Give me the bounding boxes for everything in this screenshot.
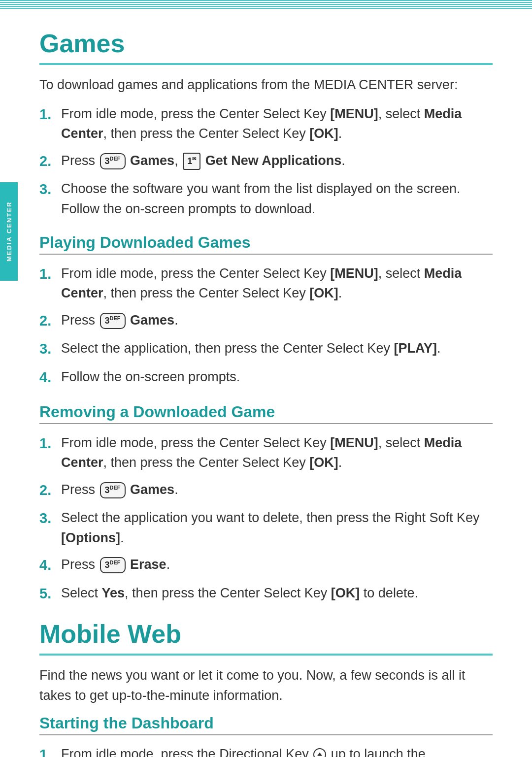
step-content: Press 3DEF Games, 1✉ Get New Application…: [61, 151, 493, 171]
key-3def-icon: 3DEF: [100, 557, 126, 573]
removing-divider: [39, 423, 493, 424]
list-item: 1. From idle mode, press the Center Sele…: [39, 104, 493, 144]
step-number: 1.: [39, 104, 61, 126]
dashboard-steps-list: 1. From idle mode, press the Directional…: [39, 744, 493, 757]
list-item: 2. Press 3DEF Games.: [39, 480, 493, 501]
step-content: Select the application, then press the C…: [61, 338, 493, 359]
mobile-web-section: Mobile Web Find the news you want or let…: [39, 619, 493, 757]
list-item: 2. Press 3DEF Games.: [39, 310, 493, 332]
step-number: 4.: [39, 555, 61, 576]
step-content: Follow the on-screen prompts.: [61, 367, 493, 387]
games-title-bar: [39, 63, 493, 65]
page-content: Games To download games and applications…: [0, 9, 532, 757]
mobile-web-intro: Find the news you want or let it come to…: [39, 665, 493, 705]
step-number: 3.: [39, 338, 61, 360]
step-number: 4.: [39, 367, 61, 389]
list-item: 1. From idle mode, press the Center Sele…: [39, 433, 493, 473]
step-content: From idle mode, press the Center Select …: [61, 104, 493, 144]
list-item: 3. Select the application, then press th…: [39, 338, 493, 360]
list-item: 1. From idle mode, press the Directional…: [39, 744, 493, 757]
step-content: Press 3DEF Games.: [61, 310, 493, 330]
games-intro: To download games and applications from …: [39, 75, 493, 95]
step-number: 2.: [39, 480, 61, 501]
step-number: 3.: [39, 179, 61, 200]
list-item: 4. Follow the on-screen prompts.: [39, 367, 493, 389]
step-content: From idle mode, press the Center Select …: [61, 263, 493, 303]
step-number: 5.: [39, 583, 61, 605]
step-content: Press 3DEF Erase.: [61, 555, 493, 575]
dashboard-heading: Starting the Dashboard: [39, 714, 493, 732]
key-1-icon: 1✉: [183, 153, 200, 170]
playing-heading: Playing Downloaded Games: [39, 233, 493, 252]
top-decorative-lines: [0, 0, 532, 9]
list-item: 3. Select the application you want to de…: [39, 508, 493, 548]
removing-steps-list: 1. From idle mode, press the Center Sele…: [39, 433, 493, 605]
step-number: 1.: [39, 744, 61, 757]
dashboard-divider: [39, 734, 493, 735]
mobile-web-title: Mobile Web: [39, 619, 493, 651]
games-section: Games To download games and applications…: [39, 29, 493, 604]
games-title: Games: [39, 29, 493, 60]
key-3def-icon: 3DEF: [100, 153, 126, 169]
step-content: Choose the software you want from the li…: [61, 179, 493, 219]
step-content: From idle mode, press the Directional Ke…: [61, 744, 493, 757]
step-content: Press 3DEF Games.: [61, 480, 493, 500]
list-item: 2. Press 3DEF Games, 1✉ Get New Applicat…: [39, 151, 493, 172]
playing-divider: [39, 254, 493, 255]
playing-steps-list: 1. From idle mode, press the Center Sele…: [39, 263, 493, 389]
list-item: 4. Press 3DEF Erase.: [39, 555, 493, 576]
step-number: 1.: [39, 433, 61, 455]
step-number: 1.: [39, 263, 61, 285]
key-3def-icon: 3DEF: [100, 313, 126, 329]
step-number: 2.: [39, 151, 61, 172]
step-number: 2.: [39, 310, 61, 332]
mobile-web-title-bar: [39, 654, 493, 656]
games-steps-list: 1. From idle mode, press the Center Sele…: [39, 104, 493, 219]
step-content: Select the application you want to delet…: [61, 508, 493, 548]
directional-key-icon: [313, 748, 326, 757]
step-number: 3.: [39, 508, 61, 529]
step-content: Select Yes, then press the Center Select…: [61, 583, 493, 603]
step-content: From idle mode, press the Center Select …: [61, 433, 493, 473]
removing-subsection: Removing a Downloaded Game 1. From idle …: [39, 403, 493, 604]
dashboard-subsection: Starting the Dashboard 1. From idle mode…: [39, 714, 493, 757]
playing-subsection: Playing Downloaded Games 1. From idle mo…: [39, 233, 493, 388]
list-item: 3. Choose the software you want from the…: [39, 179, 493, 219]
list-item: 5. Select Yes, then press the Center Sel…: [39, 583, 493, 605]
removing-heading: Removing a Downloaded Game: [39, 403, 493, 421]
key-3def-icon: 3DEF: [100, 482, 126, 498]
list-item: 1. From idle mode, press the Center Sele…: [39, 263, 493, 303]
